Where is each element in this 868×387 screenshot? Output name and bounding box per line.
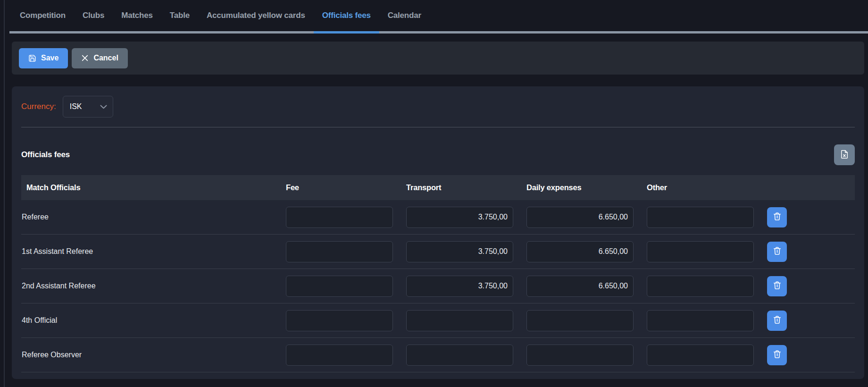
official-name-label: 2nd Assistant Referee xyxy=(21,282,273,290)
transport-input[interactable] xyxy=(406,310,513,331)
delete-row-button[interactable] xyxy=(767,207,787,227)
col-header-match-officials: Match Officials xyxy=(21,183,273,192)
trash-icon xyxy=(773,212,782,222)
tab-matches[interactable]: Matches xyxy=(113,0,161,31)
nav-underline-track xyxy=(9,31,868,34)
chevron-down-icon xyxy=(100,102,107,111)
table-row: Referee Observer xyxy=(21,338,855,372)
export-excel-button[interactable] xyxy=(834,144,855,165)
delete-row-button[interactable] xyxy=(767,345,787,365)
fee-input[interactable] xyxy=(286,241,393,262)
transport-input[interactable] xyxy=(406,276,513,297)
fee-input[interactable] xyxy=(286,345,393,366)
tab-accumulated-yellow-cards[interactable]: Accumulated yellow cards xyxy=(198,0,314,31)
transport-input[interactable] xyxy=(406,345,513,366)
col-header-fee: Fee xyxy=(286,183,393,192)
official-name-label: 4th Official xyxy=(21,316,273,325)
left-edge-border xyxy=(4,0,5,387)
official-name-label: Referee xyxy=(21,213,273,221)
other-input[interactable] xyxy=(647,241,754,262)
table-body: Referee 1st Assistant Referee xyxy=(21,200,855,372)
fee-input[interactable] xyxy=(286,310,393,331)
col-header-transport: Transport xyxy=(406,183,513,192)
tab-competition[interactable]: Competition xyxy=(11,0,74,31)
trash-icon xyxy=(773,246,782,257)
table-header-row: Match Officials Fee Transport Daily expe… xyxy=(21,175,855,200)
section-header: Officials fees xyxy=(21,144,855,165)
official-name-label: 1st Assistant Referee xyxy=(21,247,273,256)
col-header-other: Other xyxy=(647,183,754,192)
top-nav: CompetitionClubsMatchesTableAccumulated … xyxy=(0,0,868,31)
tab-calendar[interactable]: Calendar xyxy=(379,0,430,31)
table-row: Referee xyxy=(21,200,855,235)
other-input[interactable] xyxy=(647,310,754,331)
currency-label: Currency: xyxy=(21,102,56,111)
daily-expenses-input[interactable] xyxy=(526,310,634,331)
daily-expenses-input[interactable] xyxy=(526,207,634,228)
nav-tabs: CompetitionClubsMatchesTableAccumulated … xyxy=(11,0,430,31)
transport-input[interactable] xyxy=(406,207,513,228)
table-row: 1st Assistant Referee xyxy=(21,235,855,269)
cancel-x-icon xyxy=(81,54,89,62)
fee-input[interactable] xyxy=(286,276,393,297)
transport-input[interactable] xyxy=(406,241,513,262)
save-button[interactable]: Save xyxy=(19,48,68,68)
tab-clubs[interactable]: Clubs xyxy=(74,0,113,31)
trash-icon xyxy=(773,281,782,291)
currency-select[interactable]: ISK xyxy=(63,96,113,118)
other-input[interactable] xyxy=(647,276,754,297)
other-input[interactable] xyxy=(647,207,754,228)
delete-row-button[interactable] xyxy=(767,276,787,296)
cancel-button-label: Cancel xyxy=(93,54,118,62)
table-row: 4th Official xyxy=(21,303,855,338)
delete-row-button[interactable] xyxy=(767,311,787,331)
table-row: 2nd Assistant Referee xyxy=(21,269,855,303)
save-floppy-icon xyxy=(28,54,36,62)
currency-selected-value: ISK xyxy=(70,102,82,111)
daily-expenses-input[interactable] xyxy=(526,241,634,262)
cancel-button[interactable]: Cancel xyxy=(72,48,127,68)
section-title: Officials fees xyxy=(21,150,70,160)
officials-fees-table: Match Officials Fee Transport Daily expe… xyxy=(21,175,855,372)
delete-row-button[interactable] xyxy=(767,242,787,262)
tab-table[interactable]: Table xyxy=(161,0,198,31)
currency-row: Currency: ISK xyxy=(12,86,864,118)
trash-icon xyxy=(773,350,782,360)
save-button-label: Save xyxy=(41,54,58,62)
officials-fees-panel: Currency: ISK Officials fees Matc xyxy=(12,86,864,379)
col-header-daily-expenses: Daily expenses xyxy=(526,183,634,192)
fee-input[interactable] xyxy=(286,207,393,228)
other-input[interactable] xyxy=(647,345,754,366)
trash-icon xyxy=(773,315,782,326)
official-name-label: Referee Observer xyxy=(21,351,273,359)
file-excel-icon xyxy=(840,150,849,160)
action-toolbar: Save Cancel xyxy=(12,42,864,75)
daily-expenses-input[interactable] xyxy=(526,276,634,297)
daily-expenses-input[interactable] xyxy=(526,345,634,366)
tab-officials-fees[interactable]: Officials fees xyxy=(314,0,379,31)
section-divider xyxy=(21,127,855,127)
